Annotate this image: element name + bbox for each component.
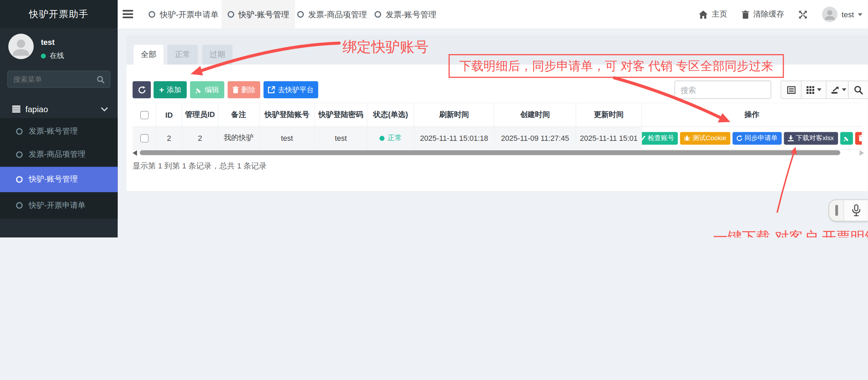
filter-tab-expired[interactable]: 过期	[202, 45, 233, 65]
delete-label: 删除	[241, 85, 255, 95]
download-icon	[788, 135, 794, 141]
home-icon	[699, 10, 708, 19]
delete-button[interactable]: 删除	[228, 81, 260, 98]
panel-body: + 添加 编辑 删除 去快驴平台	[126, 65, 868, 191]
status-badge: 正常	[379, 133, 402, 143]
app-window: 快驴开票助手 test 在线 fapiao	[0, 0, 868, 237]
tab-fapiao-goods[interactable]: 发票-商品项管理	[295, 0, 369, 29]
clear-cache-button[interactable]: 清除缓存	[742, 9, 784, 19]
row-checkbox[interactable]	[140, 134, 148, 142]
cell-id: 2	[156, 127, 182, 149]
user-menu[interactable]: test	[822, 7, 862, 22]
trash-icon	[232, 86, 239, 94]
edit-button[interactable]: 编辑	[190, 81, 224, 98]
cell-refresh-time: 2025-11-11 15:01:18	[414, 127, 494, 149]
sidebar-item-kuailv-account[interactable]: 快驴-账号管理	[0, 167, 118, 192]
circle-icon	[16, 176, 22, 183]
app-title: 快驴开票助手	[0, 0, 118, 28]
fullscreen-button[interactable]	[799, 10, 807, 19]
row-delete-button[interactable]	[855, 132, 862, 145]
col-password[interactable]: 快驴登陆密码	[315, 103, 367, 126]
list-icon	[12, 106, 20, 113]
table-search-input[interactable]	[675, 81, 771, 99]
menu-search-input[interactable]	[8, 75, 97, 84]
row-edit-button[interactable]	[840, 132, 853, 145]
col-admin-id[interactable]: 管理员ID	[182, 103, 218, 126]
sidebar-status: 在线	[41, 51, 64, 61]
accounts-table: ID 管理员ID 备注 快驴登陆账号 快驴登陆密码 状态(单选) 刷新时间 创建…	[133, 103, 862, 150]
caret-down-icon	[858, 13, 862, 16]
card-view-button[interactable]	[781, 81, 802, 99]
table-row: 2 2 我的快驴 test test 正常 2025-11-11 15:01:1…	[133, 127, 862, 150]
table-header-row: ID 管理员ID 备注 快驴登陆账号 快驴登陆密码 状态(单选) 刷新时间 创建…	[133, 103, 862, 127]
scrollbar-thumb[interactable]	[140, 150, 840, 155]
select-all-checkbox[interactable]	[140, 111, 148, 119]
microphone-button[interactable]	[844, 200, 868, 221]
horizontal-scrollbar	[133, 150, 868, 156]
hamburger-menu-icon[interactable]	[123, 10, 133, 18]
add-button[interactable]: + 添加	[154, 81, 187, 98]
caret-down-icon	[817, 88, 821, 91]
tab-kuailv-invoice[interactable]: 快驴-开票申请单	[146, 0, 221, 29]
refresh-icon	[138, 86, 145, 94]
scroll-right-arrow[interactable]	[860, 150, 864, 156]
search-toggle-button[interactable]	[848, 81, 868, 99]
cell-status: 正常	[367, 127, 414, 149]
pencil-icon	[195, 86, 202, 93]
go-platform-button[interactable]: 去快驴平台	[263, 81, 318, 98]
columns-button[interactable]	[801, 81, 827, 99]
status-label: 正常	[387, 133, 402, 143]
sidebar-item-fapiao-goods[interactable]: 发票-商品项管理	[0, 143, 118, 167]
user-icon	[822, 7, 838, 22]
clear-cache-label: 清除缓存	[753, 9, 784, 19]
sync-requests-button[interactable]: 同步申请单	[732, 132, 781, 145]
tab-fapiao-account[interactable]: 发票-账号管理	[369, 0, 442, 29]
topbar-right: 主页 清除缓存	[684, 0, 862, 29]
sidebar-submenu: 发票-账号管理 发票-商品项管理 快驴-账号管理 快驴-开票申请单	[0, 118, 118, 218]
annotation-download-note: 一键下载 对客户 开票明细	[713, 227, 868, 237]
tab-kuailv-account[interactable]: 快驴-账号管理	[222, 0, 295, 29]
home-button[interactable]: 主页	[699, 9, 727, 19]
export-button[interactable]	[826, 81, 851, 99]
sidebar-group-label: fapiao	[26, 104, 48, 114]
sidebar-group-fapiao[interactable]: fapiao	[0, 100, 118, 118]
topbar: 快驴-开票申请单 快驴-账号管理 发票-商品项管理 发票-账号管理 主页	[118, 0, 868, 29]
refresh-button[interactable]	[133, 81, 151, 98]
filter-tab-label: 全部	[141, 50, 156, 60]
widget-drag-handle[interactable]	[829, 200, 844, 221]
check-icon	[642, 136, 645, 140]
user-icon	[8, 34, 34, 59]
col-refresh-time[interactable]: 刷新时间	[414, 103, 494, 126]
circle-icon	[16, 128, 22, 135]
col-create-time[interactable]: 创建时间	[494, 103, 576, 126]
col-status[interactable]: 状态(单选)	[367, 103, 414, 126]
scroll-left-arrow[interactable]	[133, 150, 137, 156]
sidebar-item-fapiao-account[interactable]: 发票-账号管理	[0, 119, 118, 144]
voice-input-widget	[829, 199, 868, 222]
col-id[interactable]: ID	[156, 103, 182, 126]
columns-grid-icon	[806, 86, 814, 94]
fullscreen-icon	[799, 10, 807, 19]
cell-create-time: 2025-11-09 11:27:45	[494, 127, 576, 149]
sidebar-item-kuailv-invoice[interactable]: 快驴-开票申请单	[0, 193, 118, 217]
filter-tab-all[interactable]: 全部	[134, 45, 163, 65]
trash-icon	[742, 10, 749, 19]
col-account[interactable]: 快驴登陆账号	[260, 103, 315, 126]
circle-icon	[149, 11, 155, 18]
sidebar: 快驴开票助手 test 在线 fapiao	[0, 0, 118, 237]
online-dot-icon	[41, 53, 46, 58]
col-note[interactable]: 备注	[218, 103, 260, 126]
sidebar-username: test	[41, 38, 55, 47]
col-update-time[interactable]: 更新时间	[576, 103, 642, 126]
test-cookie-button[interactable]: 测试Cookie	[680, 132, 730, 145]
download-xlsx-button[interactable]: 下载对客xlsx	[784, 132, 838, 145]
external-link-icon	[268, 86, 275, 94]
circle-icon	[297, 11, 304, 18]
handle-bar-icon	[835, 205, 838, 216]
download-xlsx-label: 下载对客xlsx	[796, 133, 834, 143]
filter-tab-normal[interactable]: 正常	[167, 45, 198, 65]
tab-label: 发票-账号管理	[386, 9, 436, 19]
status-dot-icon	[379, 136, 384, 140]
check-account-button[interactable]: 检查账号	[642, 132, 678, 145]
export-icon	[831, 86, 839, 94]
